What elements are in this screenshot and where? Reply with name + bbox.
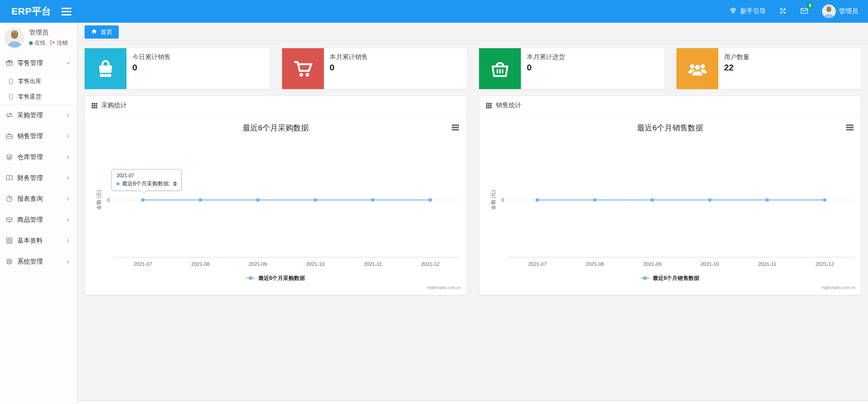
- panel-title: 销售统计: [496, 101, 521, 110]
- svg-text:最近6个月销售数据: 最近6个月销售数据: [653, 275, 700, 281]
- user-menu[interactable]: 管理员: [822, 5, 858, 18]
- chevron-left-icon: [65, 259, 71, 265]
- svg-text:Highcharts.com.cn: Highcharts.com.cn: [427, 285, 461, 290]
- sidebar-item-finance[interactable]: 财务管理: [0, 168, 77, 189]
- chevron-down-icon: [65, 60, 71, 66]
- sidebar-item-reports[interactable]: 报表查询: [0, 189, 77, 209]
- panel-header: 采购统计: [85, 96, 466, 115]
- guide-label: 新手引导: [740, 7, 766, 15]
- stat-label: 今日累计销售: [132, 53, 171, 61]
- chevron-left-icon: [65, 175, 71, 181]
- file-icon: [8, 94, 14, 100]
- panel-title: 采购统计: [101, 101, 127, 110]
- footer: [78, 400, 868, 404]
- online-status-label: 在线: [35, 39, 45, 47]
- panel-header: 销售统计: [479, 96, 861, 115]
- stat-value: 0: [330, 63, 368, 73]
- sidebar-item-basic-data[interactable]: 基本资料: [0, 230, 77, 251]
- sidebar-item-sales[interactable]: 销售管理: [0, 126, 77, 147]
- chevron-left-icon: [65, 154, 71, 160]
- gear-icon: [5, 258, 13, 265]
- svg-text:0: 0: [501, 197, 504, 203]
- svg-text:Highcharts.com.cn: Highcharts.com.cn: [821, 285, 855, 290]
- sidebar-menu: 零售管理 零售出库 零售退货: [0, 53, 77, 272]
- svg-text:2021-07: 2021-07: [528, 261, 546, 267]
- sidebar-item-retail[interactable]: 零售管理: [0, 53, 77, 74]
- user-name: 管理员: [839, 7, 858, 15]
- brand-logo[interactable]: ERP平台: [0, 5, 61, 18]
- stat-label: 用户数量: [724, 53, 750, 61]
- shopping-bag-icon: [85, 48, 126, 89]
- chart-context-menu-button[interactable]: [452, 125, 459, 131]
- basket-icon: [479, 48, 521, 89]
- svg-text:2021-07: 2021-07: [134, 261, 152, 267]
- sales-stats-panel: 销售统计 最近6个月销售数据0金额 (元)2021-072021-082021-…: [479, 95, 861, 295]
- purchase-stats-panel: 采购统计 最近6个月采购数据0金额 (元)2021-072021-082021-…: [85, 95, 467, 295]
- guide-link[interactable]: 新手引导: [729, 7, 766, 16]
- pie-chart-icon: [5, 195, 13, 203]
- logout-link[interactable]: 注销: [50, 39, 68, 47]
- tab-bar: 首页: [78, 23, 868, 40]
- chevron-left-icon: [65, 217, 71, 223]
- stat-card-month-purchases: 本月累计进货 0: [479, 48, 664, 89]
- avatar: [822, 5, 836, 18]
- grid-icon: [5, 237, 13, 244]
- svg-text:2021-09: 2021-09: [643, 261, 661, 267]
- stat-value: 0: [527, 63, 565, 73]
- svg-text:2021-11: 2021-11: [758, 261, 777, 267]
- stat-cards-row: 今日累计销售 0 本月累计销售 0: [78, 40, 868, 89]
- sidebar-item-warehouse[interactable]: 仓库管理: [0, 147, 77, 168]
- tab-home[interactable]: 首页: [85, 25, 119, 39]
- grid-3x3-icon: [91, 102, 98, 109]
- svg-text:最近6个月采购数据: 最近6个月采购数据: [242, 124, 308, 132]
- svg-text:金额 (元): 金额 (元): [96, 190, 101, 209]
- stat-value: 22: [724, 63, 750, 73]
- grid-3x3-icon: [485, 102, 492, 109]
- stat-label: 本月累计销售: [330, 53, 368, 61]
- svg-text:最近6个月采购数据: 最近6个月采购数据: [258, 275, 305, 281]
- exchange-icon: [5, 111, 13, 119]
- chart-svg: 最近6个月销售数据0金额 (元)2021-072021-082021-09202…: [479, 115, 861, 294]
- retail-submenu: 零售出库 零售退货: [0, 74, 77, 105]
- svg-text:2021-10: 2021-10: [701, 261, 719, 267]
- svg-text:2021-10: 2021-10: [306, 261, 324, 267]
- gem-icon: [729, 7, 737, 16]
- chevron-left-icon: [65, 238, 71, 244]
- stat-value: 0: [132, 63, 171, 73]
- sign-out-icon: [50, 40, 56, 47]
- svg-text:2021-12: 2021-12: [816, 261, 834, 267]
- online-status-dot: [29, 41, 33, 45]
- chart-context-menu-button[interactable]: [846, 125, 853, 131]
- fullscreen-button[interactable]: [779, 7, 787, 16]
- purchase-chart[interactable]: 最近6个月采购数据0金额 (元)2021-072021-082021-09202…: [85, 115, 466, 294]
- stat-card-today-sales: 今日累计销售 0: [85, 48, 270, 89]
- stat-label: 本月累计进货: [527, 53, 565, 61]
- sidebar-item-system[interactable]: 系统管理: [0, 251, 77, 272]
- sidebar-toggle-button[interactable]: [61, 6, 71, 16]
- message-count-badge: 0: [807, 3, 813, 9]
- sidebar-item-purchase[interactable]: 采购管理: [0, 105, 77, 126]
- sidebar-item-products[interactable]: 商品管理: [0, 209, 77, 230]
- svg-text:2021-08: 2021-08: [585, 261, 604, 267]
- sales-chart[interactable]: 最近6个月销售数据0金额 (元)2021-072021-082021-09202…: [479, 115, 861, 294]
- chart-tooltip: 2021-07最近6个月采购数据: 0: [111, 169, 182, 191]
- chevron-left-icon: [65, 196, 71, 202]
- svg-text:2021-11: 2021-11: [364, 261, 382, 267]
- gift-icon: [5, 59, 13, 67]
- stat-card-month-sales: 本月累计销售 0: [282, 48, 467, 89]
- chevron-left-icon: [65, 133, 71, 140]
- svg-text:2021-08: 2021-08: [191, 261, 209, 267]
- sidebar-item-retail-outbound[interactable]: 零售出库: [0, 74, 77, 89]
- home-icon: [91, 28, 97, 36]
- user-name: 管理员: [29, 29, 68, 37]
- chart-panels-row: 采购统计 最近6个月采购数据0金额 (元)2021-072021-082021-…: [78, 89, 868, 295]
- chevron-left-icon: [65, 112, 71, 119]
- sidebar: 管理员 在线 注销: [0, 23, 77, 404]
- expand-icon: [779, 7, 787, 16]
- users-icon: [676, 48, 718, 89]
- svg-text:2021-12: 2021-12: [421, 261, 439, 267]
- sidebar-item-retail-return[interactable]: 零售退货: [0, 89, 77, 105]
- messages-button[interactable]: 0: [800, 7, 808, 16]
- file-icon: [8, 78, 14, 85]
- layers-icon: [5, 153, 13, 161]
